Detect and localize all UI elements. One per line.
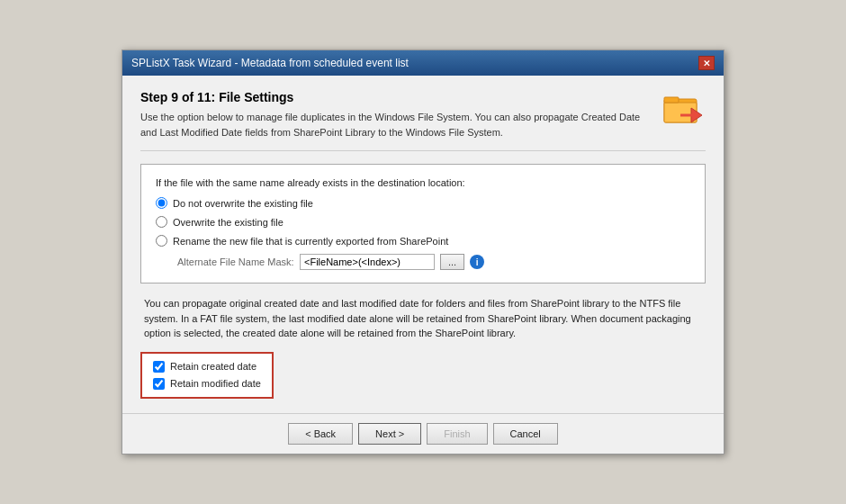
options-group: If the file with the same name already e…: [140, 164, 706, 284]
radio-do-not-overwrite-label: Do not overwrite the existing file: [173, 198, 313, 209]
dialog-body: Step 9 of 11: File Settings Use the opti…: [122, 76, 724, 413]
info-text: You can propagate original created date …: [140, 296, 706, 341]
main-dialog: SPListX Task Wizard - Metadata from sche…: [122, 50, 724, 454]
step-header: Step 9 of 11: File Settings Use the opti…: [140, 90, 706, 140]
browse-button[interactable]: ...: [440, 254, 464, 270]
radio-do-not-overwrite[interactable]: Do not overwrite the existing file: [156, 197, 690, 209]
group-label: If the file with the same name already e…: [156, 177, 690, 188]
radio-rename-input[interactable]: [156, 235, 167, 247]
back-button[interactable]: < Back: [288, 423, 353, 445]
retain-modified-label: Retain modified date: [170, 378, 261, 389]
checkbox-group: Retain created date Retain modified date: [140, 352, 274, 399]
dialog-title: SPListX Task Wizard - Metadata from sche…: [131, 57, 409, 69]
dialog-footer: < Back Next > Finish Cancel: [122, 413, 724, 454]
step-info: Step 9 of 11: File Settings Use the opti…: [140, 90, 644, 140]
radio-rename-label: Rename the new file that is currently ex…: [173, 236, 448, 247]
checkbox-retain-modified[interactable]: Retain modified date: [153, 378, 261, 390]
radio-overwrite[interactable]: Overwrite the existing file: [156, 216, 690, 228]
file-mask-row: Alternate File Name Mask: ... i: [177, 254, 690, 270]
step-icon: [662, 90, 706, 126]
title-bar: SPListX Task Wizard - Metadata from sche…: [122, 50, 724, 76]
retain-created-checkbox[interactable]: [153, 361, 165, 373]
svg-rect-2: [664, 97, 679, 103]
radio-do-not-overwrite-input[interactable]: [156, 197, 167, 209]
retain-created-label: Retain created date: [170, 361, 256, 372]
radio-overwrite-input[interactable]: [156, 216, 167, 228]
separator: [140, 150, 706, 151]
cancel-button[interactable]: Cancel: [493, 423, 558, 445]
checkbox-retain-created[interactable]: Retain created date: [153, 361, 261, 373]
radio-rename[interactable]: Rename the new file that is currently ex…: [156, 235, 690, 247]
step-title: Step 9 of 11: File Settings: [140, 90, 644, 104]
info-icon[interactable]: i: [470, 255, 484, 269]
file-mask-label: Alternate File Name Mask:: [177, 256, 294, 267]
file-mask-input[interactable]: [300, 254, 435, 270]
step-description: Use the option below to manage file dupl…: [140, 110, 644, 140]
close-button[interactable]: ✕: [698, 56, 715, 70]
retain-modified-checkbox[interactable]: [153, 378, 165, 390]
radio-overwrite-label: Overwrite the existing file: [173, 217, 284, 228]
next-button[interactable]: Next >: [358, 423, 421, 445]
finish-button[interactable]: Finish: [427, 423, 487, 445]
